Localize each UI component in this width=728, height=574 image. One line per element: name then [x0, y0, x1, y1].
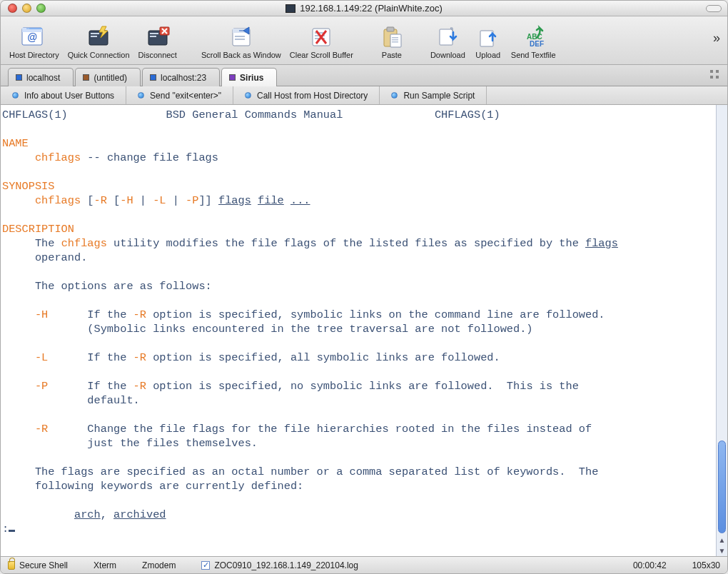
pager-prompt: : — [2, 523, 9, 535]
svg-rect-11 — [150, 36, 156, 37]
bullet-icon — [12, 92, 19, 99]
bullet-icon — [138, 92, 144, 99]
scroll-back-icon — [227, 24, 256, 51]
user-button-run-script[interactable]: Run Sample Script — [380, 86, 487, 104]
status-size: 105x30 — [692, 560, 720, 570]
paste-label: Paste — [382, 51, 402, 59]
name-desc: -- change file flags — [81, 151, 218, 164]
bullet-icon — [245, 92, 251, 99]
cmd-name: chflags — [35, 151, 81, 164]
terminal-wrapper: CHFLAGS(1) BSD General Commands Manual C… — [1, 105, 727, 556]
scrollbar-thumb[interactable] — [718, 440, 726, 533]
scroll-down-icon[interactable]: ▼ — [717, 545, 727, 556]
syn-cmd: chflags — [35, 194, 81, 207]
man-header-center: BSD General Commands Manual — [166, 109, 343, 121]
svg-rect-26 — [392, 41, 398, 43]
user-buttons-bar: Info about User Buttons Send "exit<enter… — [1, 86, 727, 105]
tab-localhost23[interactable]: localhost:23 — [142, 68, 220, 86]
host-directory-button[interactable]: @ Host Directory — [5, 23, 64, 60]
user-button-info[interactable]: Info about User Buttons — [1, 86, 126, 104]
svg-rect-24 — [392, 37, 398, 39]
svg-text:@: @ — [27, 31, 37, 43]
tab-color-icon — [229, 74, 236, 81]
user-button-call-host[interactable]: Call Host from Host Directory — [233, 86, 380, 104]
download-label: Download — [430, 51, 465, 59]
quick-connection-label: Quick Connection — [68, 51, 130, 59]
svg-rect-6 — [91, 33, 99, 34]
svg-text:DEF: DEF — [530, 40, 544, 48]
tab-color-icon — [150, 74, 156, 81]
window-controls — [8, 4, 46, 13]
clear-buffer-button[interactable]: Clear Scroll Buffer — [285, 23, 358, 60]
user-button-label: Run Sample Script — [403, 91, 475, 101]
scrollbar[interactable]: ▲ ▼ — [716, 105, 727, 556]
status-transfer: Zmodem — [142, 560, 176, 570]
send-textfile-label: Send Textfile — [511, 51, 556, 59]
disconnect-button[interactable]: Disconnect — [134, 23, 181, 60]
terminal[interactable]: CHFLAGS(1) BSD General Commands Manual C… — [1, 105, 716, 556]
status-term: Xterm — [93, 560, 116, 570]
disconnect-icon — [143, 24, 172, 51]
svg-rect-22 — [387, 27, 394, 31]
user-button-label: Call Host from Host Directory — [257, 91, 368, 101]
svg-rect-7 — [91, 36, 97, 37]
user-button-label: Info about User Buttons — [24, 91, 114, 101]
tab-sirius[interactable]: Sirius — [221, 68, 277, 86]
window-title-icon — [285, 4, 295, 13]
paste-icon — [378, 24, 406, 51]
tab-color-icon — [16, 74, 22, 81]
status-logfile: ✓ ZOC0910_192.168.1.149_220104.log — [201, 560, 358, 570]
close-icon[interactable] — [8, 4, 17, 13]
opt-P: -P — [35, 380, 48, 393]
tabstrip: localhost (untitled) localhost:23 Sirius — [1, 65, 727, 86]
tab-grid-icon[interactable] — [710, 70, 720, 80]
man-header-right: CHFLAGS(1) — [435, 109, 500, 121]
scroll-back-button[interactable]: Scroll Back as Window — [197, 23, 285, 60]
send-textfile-button[interactable]: ABC DEF Send Textfile — [507, 23, 560, 60]
send-textfile-icon: ABC DEF — [519, 24, 547, 51]
svg-rect-29 — [480, 31, 493, 46]
upload-label: Upload — [475, 51, 500, 59]
clear-buffer-label: Clear Scroll Buffer — [290, 51, 353, 59]
svg-rect-10 — [150, 33, 158, 34]
section-synopsis: SYNOPSIS — [2, 180, 54, 193]
tab-label: (untitled) — [93, 73, 127, 83]
tab-localhost[interactable]: localhost — [8, 68, 74, 86]
zoom-icon[interactable] — [36, 4, 46, 13]
svg-rect-25 — [392, 39, 398, 41]
disconnect-label: Disconnect — [138, 51, 177, 59]
opt-H: -H — [35, 308, 48, 321]
window-title: 192.168.1.149:22 (PlainWhite.zoc) — [300, 3, 442, 14]
user-button-label: Send "exit<enter>" — [150, 91, 221, 101]
upload-icon — [474, 24, 502, 51]
tab-label: localhost:23 — [161, 73, 206, 83]
clear-buffer-icon — [307, 24, 335, 51]
opt-L: -L — [35, 351, 48, 364]
paste-button[interactable]: Paste — [373, 23, 410, 60]
cursor — [9, 530, 15, 532]
minimize-icon[interactable] — [22, 4, 31, 13]
checkbox-icon: ✓ — [201, 561, 210, 570]
titlebar: 192.168.1.149:22 (PlainWhite.zoc) — [1, 1, 727, 16]
download-button[interactable]: Download — [426, 23, 470, 60]
toolbar-overflow-icon[interactable]: » — [713, 31, 720, 46]
status-elapsed: 00:00:42 — [633, 560, 667, 570]
upload-button[interactable]: Upload — [470, 23, 507, 60]
section-description: DESCRIPTION — [2, 223, 74, 236]
opt-R: -R — [35, 423, 48, 435]
download-icon — [433, 24, 462, 51]
tab-label: Sirius — [240, 73, 263, 83]
svg-rect-3 — [29, 28, 42, 29]
toolbar: @ Host Directory Quick Connection Discon… — [1, 16, 727, 65]
scroll-back-label: Scroll Back as Window — [201, 51, 281, 59]
svg-rect-16 — [235, 39, 245, 40]
scroll-up-icon[interactable]: ▲ — [717, 535, 727, 545]
status-bar: Secure Shell Xterm Zmodem ✓ ZOC0910_192.… — [1, 556, 727, 573]
tab-untitled[interactable]: (untitled) — [75, 68, 141, 86]
user-button-send-exit[interactable]: Send "exit<enter>" — [126, 86, 233, 104]
toolbar-toggle-icon[interactable] — [706, 5, 722, 12]
tab-label: localhost — [26, 73, 60, 83]
quick-connection-icon — [84, 24, 113, 51]
quick-connection-button[interactable]: Quick Connection — [64, 23, 134, 60]
svg-rect-23 — [390, 34, 401, 47]
